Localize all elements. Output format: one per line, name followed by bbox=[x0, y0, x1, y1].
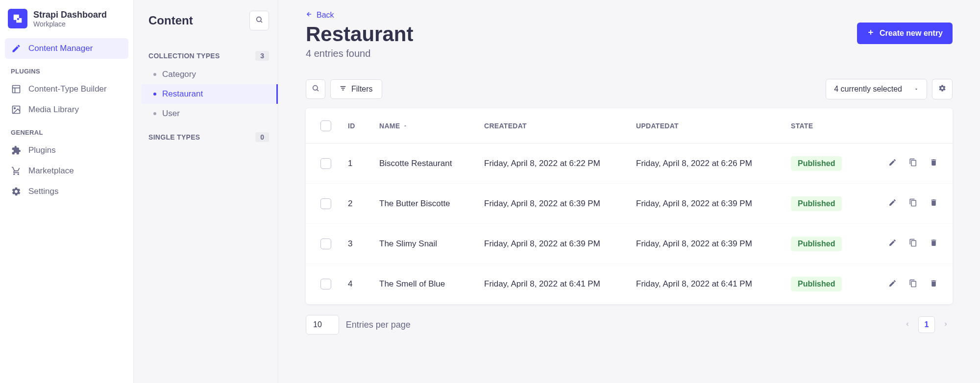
nav-plugins[interactable]: Plugins bbox=[5, 140, 128, 161]
table-row[interactable]: 4The Smell of BlueFriday, April 8, 2022 … bbox=[306, 264, 953, 304]
nav-marketplace[interactable]: Marketplace bbox=[5, 161, 128, 181]
cell-createdat: Friday, April 8, 2022 at 6:41 PM bbox=[484, 279, 636, 289]
column-updatedat[interactable]: UPDATEDAT bbox=[636, 122, 791, 130]
plugins-section-label: PLUGINS bbox=[5, 59, 128, 79]
copy-icon bbox=[909, 279, 917, 289]
main-sidebar: Strapi Dashboard Workplace Content Manag… bbox=[0, 0, 134, 383]
status-badge: Published bbox=[791, 196, 842, 211]
trash-icon bbox=[930, 158, 938, 168]
image-icon bbox=[11, 104, 22, 115]
nav-content-type-builder[interactable]: Content-Type Builder bbox=[5, 79, 128, 99]
back-label: Back bbox=[317, 11, 334, 20]
cell-createdat: Friday, April 8, 2022 at 6:39 PM bbox=[484, 199, 636, 209]
column-id[interactable]: ID bbox=[348, 122, 379, 130]
chevron-down-icon bbox=[914, 85, 919, 94]
edit-button[interactable] bbox=[888, 199, 897, 208]
nav-media-library[interactable]: Media Library bbox=[5, 99, 128, 120]
page-number[interactable]: 1 bbox=[918, 316, 935, 333]
copy-icon bbox=[909, 158, 917, 168]
table-settings-button[interactable] bbox=[932, 79, 953, 99]
bullet-icon bbox=[153, 112, 156, 115]
gear-icon bbox=[11, 186, 22, 197]
columns-selected-dropdown[interactable]: 4 currently selected bbox=[826, 79, 927, 99]
copy-button[interactable] bbox=[908, 199, 917, 208]
row-checkbox[interactable] bbox=[320, 198, 331, 209]
copy-icon bbox=[909, 239, 917, 249]
nav-label: Media Library bbox=[28, 105, 79, 115]
delete-button[interactable] bbox=[929, 239, 938, 248]
table-row[interactable]: 1Biscotte RestaurantFriday, April 8, 202… bbox=[306, 144, 953, 184]
cell-updatedat: Friday, April 8, 2022 at 6:39 PM bbox=[636, 239, 791, 249]
cell-createdat: Friday, April 8, 2022 at 6:22 PM bbox=[484, 159, 636, 168]
edit-button[interactable] bbox=[888, 239, 897, 248]
delete-button[interactable] bbox=[929, 159, 938, 168]
next-page-button[interactable] bbox=[939, 318, 953, 332]
svg-line-11 bbox=[317, 90, 318, 91]
column-name[interactable]: NAME bbox=[379, 122, 484, 130]
brand[interactable]: Strapi Dashboard Workplace bbox=[5, 6, 128, 31]
svg-point-4 bbox=[14, 108, 15, 109]
cell-updatedat: Friday, April 8, 2022 at 6:41 PM bbox=[636, 279, 791, 289]
content-type-restaurant[interactable]: Restaurant bbox=[142, 84, 278, 104]
svg-rect-12 bbox=[341, 86, 346, 87]
create-label: Create new entry bbox=[880, 29, 943, 38]
plus-icon bbox=[867, 28, 875, 38]
svg-rect-13 bbox=[342, 88, 345, 88]
edit-button[interactable] bbox=[888, 159, 897, 168]
row-checkbox[interactable] bbox=[320, 158, 331, 169]
trash-icon bbox=[930, 198, 938, 209]
row-checkbox[interactable] bbox=[320, 279, 331, 289]
cell-name: The Smell of Blue bbox=[379, 279, 484, 289]
delete-button[interactable] bbox=[929, 280, 938, 288]
create-entry-button[interactable]: Create new entry bbox=[857, 23, 953, 44]
delete-button[interactable] bbox=[929, 199, 938, 208]
status-badge: Published bbox=[791, 277, 842, 291]
row-checkbox[interactable] bbox=[320, 239, 331, 249]
back-link[interactable]: Back bbox=[306, 11, 334, 20]
collection-types-label: COLLECTION TYPES bbox=[148, 52, 220, 60]
nav-content-manager[interactable]: Content Manager bbox=[5, 38, 128, 59]
filters-button[interactable]: Filters bbox=[330, 79, 382, 99]
cell-id: 3 bbox=[348, 239, 379, 249]
per-page-value: 10 bbox=[313, 320, 322, 329]
entries-table: ID NAME CREATEDAT UPDATEDAT STATE 1Bisco… bbox=[306, 108, 953, 304]
table-row[interactable]: 2The Butter BiscotteFriday, April 8, 202… bbox=[306, 184, 953, 224]
cell-id: 1 bbox=[348, 159, 379, 168]
cart-icon bbox=[11, 166, 22, 176]
status-badge: Published bbox=[791, 237, 842, 251]
column-state[interactable]: STATE bbox=[791, 122, 869, 130]
general-section-label: GENERAL bbox=[5, 120, 128, 140]
per-page-select[interactable]: 10 bbox=[306, 315, 339, 335]
nav-label: Settings bbox=[28, 187, 58, 196]
chevron-right-icon bbox=[943, 320, 949, 329]
cell-name: Biscotte Restaurant bbox=[379, 159, 484, 168]
copy-button[interactable] bbox=[908, 280, 917, 288]
chevron-left-icon bbox=[905, 320, 910, 329]
svg-rect-0 bbox=[13, 86, 20, 93]
nav-settings[interactable]: Settings bbox=[5, 181, 128, 202]
svg-line-6 bbox=[261, 21, 262, 23]
copy-button[interactable] bbox=[908, 159, 917, 168]
cell-state: Published bbox=[791, 196, 869, 211]
copy-icon bbox=[909, 198, 917, 209]
nav-label: Plugins bbox=[28, 145, 56, 155]
pencil-icon bbox=[888, 158, 897, 168]
cell-name: The Slimy Snail bbox=[379, 239, 484, 249]
table-search-button[interactable] bbox=[306, 79, 325, 99]
cell-state: Published bbox=[791, 237, 869, 251]
prev-page-button[interactable] bbox=[901, 318, 914, 332]
table-row[interactable]: 3The Slimy SnailFriday, April 8, 2022 at… bbox=[306, 224, 953, 264]
edit-button[interactable] bbox=[888, 280, 897, 288]
column-createdat[interactable]: CREATEDAT bbox=[484, 122, 636, 130]
content-search-button[interactable] bbox=[249, 11, 269, 30]
trash-icon bbox=[930, 279, 938, 289]
pencil-square-icon bbox=[11, 43, 22, 54]
content-type-category[interactable]: Category bbox=[142, 65, 278, 84]
single-types-count: 0 bbox=[255, 132, 269, 142]
content-panel-title: Content bbox=[142, 14, 193, 27]
content-type-label: User bbox=[162, 109, 180, 119]
select-all-checkbox[interactable] bbox=[320, 120, 331, 131]
nav-label: Content-Type Builder bbox=[28, 84, 107, 94]
content-type-user[interactable]: User bbox=[142, 104, 278, 123]
copy-button[interactable] bbox=[908, 239, 917, 248]
